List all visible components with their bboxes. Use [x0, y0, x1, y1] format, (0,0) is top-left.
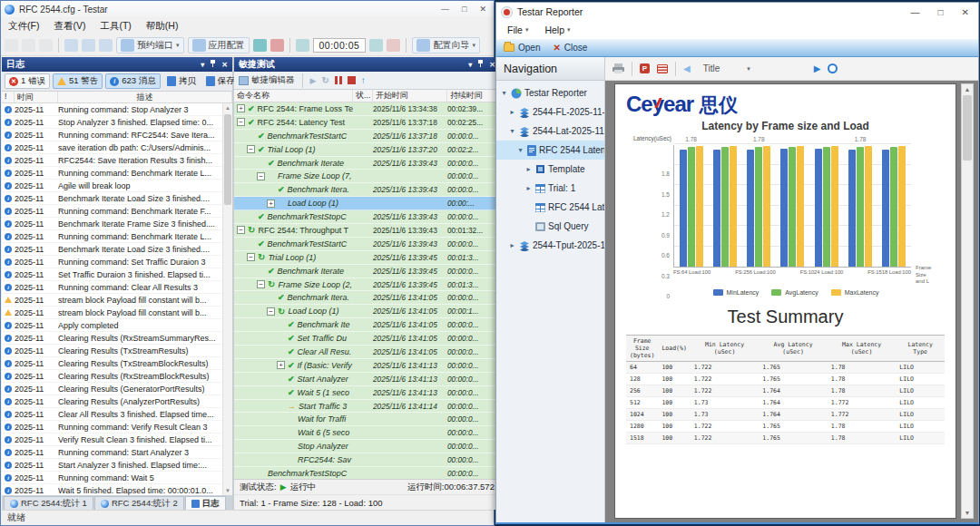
log-row[interactable]: i2025-11Agile will break loop [2, 180, 222, 192]
paste-icon[interactable] [99, 39, 113, 52]
tree-row[interactable]: +✔If (Basic: Verify2025/11/6 13:41:1300:… [234, 359, 500, 373]
log-row[interactable]: i2025-11RFC2544: Save Iteration Results … [2, 154, 222, 167]
export-ppt-icon[interactable]: P [640, 63, 650, 73]
tree-right-arrow-icon[interactable]: ▸ [508, 108, 516, 116]
close-report-button[interactable]: ✕ Close [553, 43, 587, 53]
expand-icon[interactable]: + [267, 200, 275, 208]
log-row[interactable]: i2025-11save iteration db path: C:/Users… [2, 141, 222, 154]
tree-row[interactable]: →Start Traffic 32025/11/6 13:41:1400:00:… [234, 400, 500, 414]
nav-item-rfc-2544-latency-s[interactable]: ▾RFC 2544 Latency S [496, 141, 604, 160]
maximize-button[interactable]: □ [462, 5, 466, 14]
pin-icon[interactable] [210, 60, 216, 69]
reserve-port-button[interactable]: 预约端口 ▾ [116, 37, 184, 54]
nav-item-rfc-2544-latency-t[interactable]: RFC 2544 Latency T [496, 198, 604, 217]
stop-icon[interactable] [348, 76, 356, 84]
bottom-tab-1[interactable]: RFC 2544:统计 2 [94, 496, 184, 510]
scroll-thumb[interactable] [963, 95, 972, 161]
loop-icon[interactable]: ↻ [321, 75, 328, 85]
prev-section-icon[interactable]: ◀ [683, 63, 691, 73]
log-row[interactable]: i2025-11Running command: Clear All Resul… [2, 281, 222, 294]
log-row[interactable]: i2025-11Start Analyzer 3 finished. Elaps… [2, 459, 222, 472]
log-row[interactable]: 2025-11stream block Payload fill constan… [2, 307, 222, 319]
collapse-icon[interactable]: − [237, 118, 245, 126]
log-row[interactable]: i2025-11Running command: Benchmark Itera… [2, 230, 222, 243]
collapse-icon[interactable]: − [247, 253, 255, 261]
pause-icon[interactable] [335, 76, 342, 84]
menu-item-1[interactable]: 查看(V) [54, 20, 85, 33]
tree-row[interactable]: −↻RFC 2544: Throughput T2025/11/6 13:39:… [234, 224, 500, 238]
connect-port-icon[interactable] [253, 39, 267, 52]
nav-item-2544-tput-2025-11-[interactable]: ▸2544-Tput-2025-11- [496, 236, 604, 255]
scroll-up-icon[interactable]: ▲ [962, 84, 973, 94]
log-row[interactable]: i2025-11Clearing Results (AnalyzerPortRe… [2, 395, 222, 408]
menu-item-0[interactable]: 文件(F) [8, 20, 39, 33]
copy-log-button[interactable]: 拷贝 [163, 74, 200, 88]
next-section-icon[interactable]: ▶ [814, 63, 821, 73]
log-row[interactable]: i2025-11Running command: Set Traffic Dur… [2, 256, 222, 268]
log-row[interactable]: i2025-11Clear All Results 3 finished. El… [2, 408, 222, 421]
errors-filter-button[interactable]: ✕ 1 错误 [5, 73, 50, 89]
tree-down-arrow-icon[interactable]: ▾ [508, 127, 516, 135]
tree-row[interactable]: −↻Trial Loop (1)2025/11/6 13:39:4500:01:… [234, 251, 500, 265]
tree-row[interactable]: ✔Set Traffic Du2025/11/6 13:41:0500:00:0… [234, 332, 500, 346]
tree-row[interactable]: −Frame Size Loop (7,00:00:0... [234, 170, 500, 183]
tree-row[interactable]: +Load Loop (1)00:00:... [234, 197, 500, 210]
collapse-icon[interactable]: − [237, 226, 245, 234]
tree-down-arrow-icon[interactable]: ▾ [500, 89, 508, 97]
panel-close-icon[interactable]: ✕ [221, 61, 228, 69]
stop-test-icon[interactable] [387, 39, 400, 52]
log-row[interactable]: i2025-11Clearing Results (GeneratorPortR… [2, 383, 222, 395]
tree-row[interactable]: Wait for Traffi00:00:0... [234, 413, 500, 426]
open-file-icon[interactable] [22, 39, 35, 52]
log-row[interactable]: i2025-11Set Traffic Duraion 3 finished. … [2, 268, 222, 281]
maximize-button[interactable]: □ [938, 7, 944, 17]
menu-item-3[interactable]: 帮助(H) [146, 20, 179, 33]
tree-row[interactable]: BenchmarkTestStopC00:00:0... [234, 467, 500, 479]
messages-filter-button[interactable]: i 623 消息 [105, 73, 161, 89]
tree-row[interactable]: ✔Benchmark Iterate2025/11/6 13:39:4500:0… [234, 265, 500, 278]
play-icon[interactable]: ▶ [310, 76, 317, 85]
scroll-down-icon[interactable]: ▼ [962, 508, 973, 518]
log-row[interactable]: i2025-11Running command: Stop Analyzer 3 [2, 103, 222, 116]
tree-row[interactable]: RFC2544: Sav00:00:0... [234, 453, 500, 467]
col-command-name[interactable]: 命令名称 [234, 90, 353, 102]
menu-item-2[interactable]: 工具(T) [100, 20, 131, 33]
export-pdf-icon[interactable] [657, 64, 668, 73]
agile-editor-button[interactable]: 敏捷编辑器 [239, 74, 295, 86]
bottom-tab-0[interactable]: RFC 2544:统计 1 [4, 496, 93, 510]
log-row[interactable]: i2025-11Running command: Benchmark Itera… [2, 167, 222, 180]
expand-icon[interactable]: + [277, 361, 285, 369]
tree-row[interactable]: ✔Clear All Resu.2025/11/6 13:41:0500:00:… [234, 346, 500, 359]
log-row[interactable]: i2025-11Benchmark Iterate Frame Size 3 f… [2, 218, 222, 230]
file-menu[interactable]: File ▾ [507, 24, 528, 35]
tree-row[interactable]: Wait 6 (5 seco00:00:0... [234, 426, 500, 440]
log-col-bang[interactable]: ! [2, 92, 15, 102]
tree-row[interactable]: ✔Benchmark Iterate2025/11/6 13:39:4300:0… [234, 157, 500, 170]
scroll-thumb[interactable] [224, 114, 231, 205]
nav-item-testar-reporter[interactable]: ▾Testar Reporter [496, 83, 604, 102]
log-row[interactable]: i2025-11Running command: Wait 5 [2, 472, 222, 484]
bottom-tab-2[interactable]: 日志 [185, 496, 226, 510]
tree-row[interactable]: −✔RFC 2544: Latency Test2025/11/6 13:37:… [234, 116, 500, 130]
log-row[interactable]: i2025-11Clearing Results (RxStreamSummar… [2, 332, 222, 345]
log-col-desc[interactable]: 描述 [58, 92, 232, 102]
tree-right-arrow-icon[interactable]: ▸ [524, 165, 533, 173]
nav-item-sql-query[interactable]: Sql Query [496, 217, 604, 236]
new-file-icon[interactable] [5, 39, 18, 52]
start-test-icon[interactable] [296, 39, 309, 52]
tree-row[interactable]: ✔Benchmark Itera.2025/11/6 13:41:0500:00… [234, 291, 500, 305]
scroll-up-icon[interactable]: ▲ [223, 103, 232, 112]
tree-row[interactable]: ✔BenchmarkTestStopC2025/11/6 13:39:4300:… [234, 210, 500, 224]
save-file-icon[interactable] [39, 39, 53, 52]
help-menu[interactable]: Help ▾ [544, 24, 570, 35]
log-scrollbar[interactable]: ▲ ▼ [222, 103, 232, 495]
log-row[interactable]: i2025-11Benchmark Iterate Load Size 3 fi… [2, 192, 222, 205]
tree-row[interactable]: ✔Benchmark Ite2025/11/6 13:41:0500:00:0.… [234, 318, 500, 332]
panel-menu-icon[interactable]: ▾ [201, 61, 204, 69]
log-row[interactable]: i2025-11Apply completed [2, 319, 222, 332]
log-row[interactable]: i2025-11Clearing Results (TxStreamBlockR… [2, 357, 222, 370]
tree-row[interactable]: −↻Load Loop (1)2025/11/6 13:41:0500:00:1… [234, 305, 500, 318]
close-button[interactable]: ✕ [479, 5, 486, 14]
nav-item-2544-lat-2025-11-06[interactable]: ▾2544-Lat-2025-11-06 [496, 122, 604, 141]
panel-menu-icon[interactable]: ▾ [468, 61, 472, 69]
